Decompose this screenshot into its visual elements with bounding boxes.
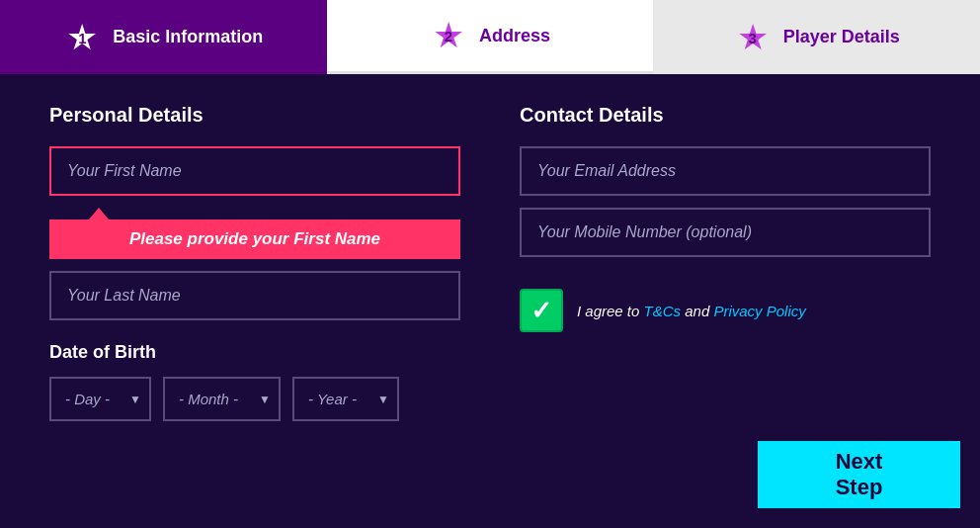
- step-2-badge: ★ 2: [430, 17, 467, 54]
- error-caret: [89, 208, 109, 220]
- first-name-error-message: Please provide your First Name: [49, 220, 460, 259]
- step-1-badge: ★ 1: [63, 19, 101, 56]
- step-1-number: 1: [78, 29, 86, 45]
- agree-text-middle: and: [681, 303, 713, 319]
- mobile-input[interactable]: [520, 208, 931, 257]
- dob-section: Date of Birth - Day - ▼ - Month - ▼: [49, 342, 460, 421]
- step-1-label: Basic Information: [113, 27, 263, 47]
- contact-details-title: Contact Details: [520, 104, 931, 127]
- first-name-input[interactable]: [49, 146, 460, 196]
- next-step-button[interactable]: Next Step: [758, 441, 960, 508]
- email-input[interactable]: [520, 146, 931, 196]
- agree-checkbox[interactable]: ✓: [520, 289, 563, 332]
- terms-link[interactable]: T&Cs: [644, 303, 682, 319]
- personal-details-panel: Personal Details Please provide your Fir…: [49, 104, 460, 508]
- step-3-number: 3: [748, 29, 756, 45]
- day-select[interactable]: - Day -: [49, 377, 151, 421]
- year-select-wrapper: - Year - ▼: [292, 377, 399, 421]
- step-3-badge: ★ 3: [734, 19, 772, 56]
- agree-text: I agree to T&Cs and Privacy Policy: [577, 303, 806, 319]
- first-name-error-container: Please provide your First Name: [49, 208, 460, 259]
- year-select[interactable]: - Year -: [292, 377, 399, 421]
- personal-details-title: Personal Details: [49, 104, 460, 127]
- privacy-link[interactable]: Privacy Policy: [713, 303, 805, 319]
- step-3-label: Player Details: [783, 27, 900, 47]
- steps-header: ★ 1 Basic Information ★ 2 Address ★ 3 Pl…: [0, 0, 980, 74]
- step-2[interactable]: ★ 2 Address: [327, 0, 654, 74]
- step-3[interactable]: ★ 3 Player Details: [653, 0, 980, 74]
- last-name-input[interactable]: [49, 271, 460, 320]
- month-select[interactable]: - Month -: [163, 377, 281, 421]
- step-1[interactable]: ★ 1 Basic Information: [0, 0, 327, 74]
- month-select-wrapper: - Month - ▼: [163, 377, 281, 421]
- agree-section: ✓ I agree to T&Cs and Privacy Policy: [520, 289, 931, 332]
- dob-selects: - Day - ▼ - Month - ▼ - Year -: [49, 377, 460, 421]
- dob-label: Date of Birth: [49, 342, 460, 363]
- day-select-wrapper: - Day - ▼: [49, 377, 151, 421]
- checkmark-icon: ✓: [531, 296, 552, 326]
- step-2-label: Address: [479, 26, 550, 46]
- agree-text-before: I agree to: [577, 303, 644, 319]
- step-2-number: 2: [445, 28, 452, 44]
